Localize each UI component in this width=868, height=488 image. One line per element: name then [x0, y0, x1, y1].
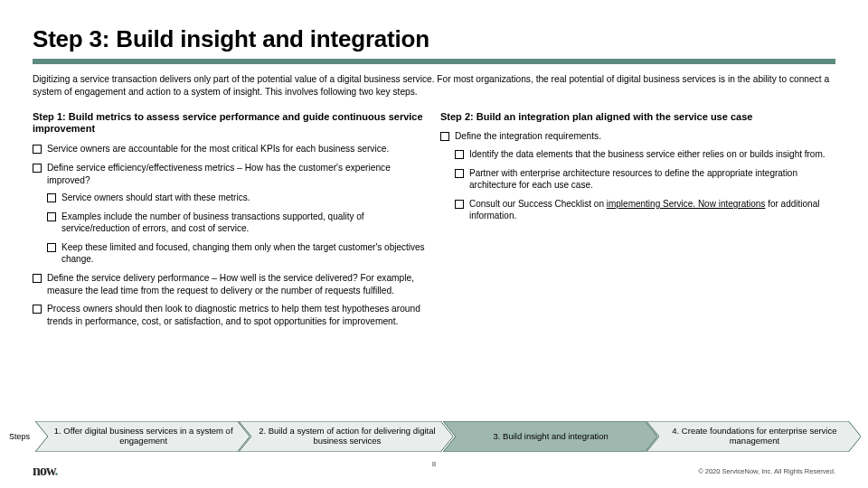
left-sublist: Service owners should start with these m… — [47, 192, 428, 266]
right-column: Step 2: Build an integration plan aligne… — [440, 111, 835, 334]
chevron-wrap: 1. Offer digital business services in a … — [35, 421, 861, 452]
list-item: Consult our Success Checklist on impleme… — [455, 198, 835, 222]
right-heading: Step 2: Build an integration plan aligne… — [440, 111, 835, 124]
copyright: © 2020 ServiceNow, Inc. All Rights Reser… — [698, 467, 835, 475]
logo-dot-icon: . — [55, 463, 58, 478]
right-checklist: Define the integration requirements. Ide… — [440, 130, 835, 221]
list-item: Keep these limited and focused, changing… — [47, 241, 428, 266]
list-item: Identify the data elements that the busi… — [455, 148, 835, 161]
step-chevron-2[interactable]: 2. Build a system of action for deliveri… — [239, 421, 453, 452]
slide: Step 3: Build insight and integration Di… — [0, 0, 868, 488]
list-item: Service owners are accountable for the m… — [33, 143, 428, 155]
list-item: Partner with enterprise architecture res… — [455, 167, 835, 192]
list-item: Examples include the number of business … — [47, 211, 428, 235]
list-item: Define the integration requirements. Ide… — [440, 130, 835, 221]
list-item: Define the service delivery performance … — [33, 272, 428, 297]
link-integrations[interactable]: implementing Service. Now integrations — [607, 199, 766, 209]
page-title: Step 3: Build insight and integration — [33, 25, 835, 64]
intro-paragraph: Digitizing a service transaction deliver… — [33, 73, 835, 99]
left-checklist: Service owners are accountable for the m… — [33, 143, 428, 328]
steps-bar: Steps 1. Offer digital business services… — [7, 421, 861, 452]
list-item: Process owners should then look to diagn… — [33, 303, 428, 328]
list-item: Define service efficiency/effectiveness … — [33, 162, 428, 266]
step-chevron-3[interactable]: 3. Build insight and integration — [443, 421, 657, 452]
two-column-layout: Step 1: Build metrics to assess service … — [33, 111, 835, 334]
logo: now. — [33, 463, 58, 479]
left-column: Step 1: Build metrics to assess service … — [33, 111, 428, 334]
list-item: Service owners should start with these m… — [47, 192, 428, 204]
right-sublist: Identify the data elements that the busi… — [455, 148, 835, 222]
step-chevron-4[interactable]: 4. Create foundations for enterprise ser… — [646, 421, 861, 452]
left-heading: Step 1: Build metrics to assess service … — [33, 111, 428, 136]
step-chevron-1[interactable]: 1. Offer digital business services in a … — [35, 421, 250, 452]
footer: now. © 2020 ServiceNow, Inc. All Rights … — [33, 461, 835, 481]
steps-label: Steps — [7, 421, 35, 452]
